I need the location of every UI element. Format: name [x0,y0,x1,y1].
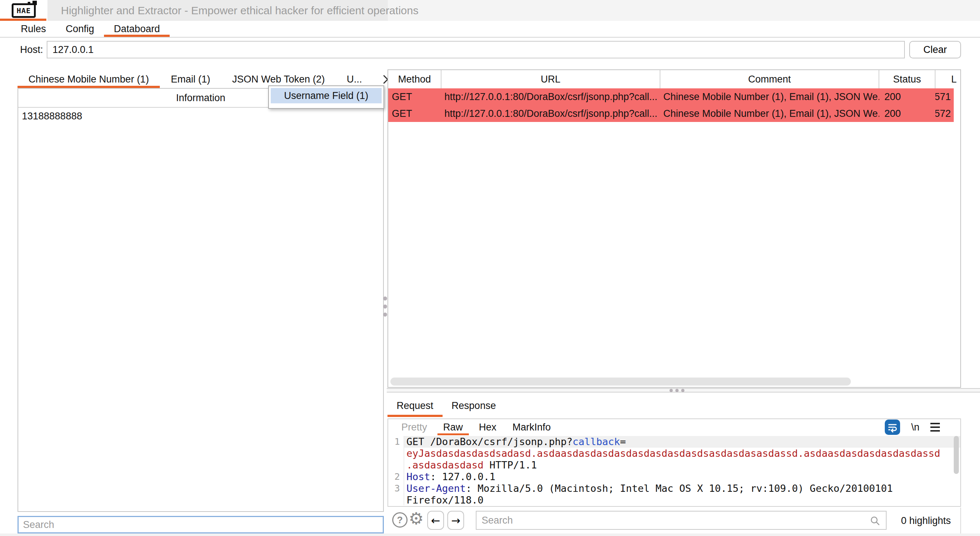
tab-raw[interactable]: Raw [435,419,471,435]
horizontal-scrollbar[interactable] [390,378,851,386]
code-line: 1 GET /DoraBox/csrf/jsonp.php?callback= [388,436,960,448]
tab-rules[interactable]: Rules [11,21,56,37]
message-tabs: Request Response [388,394,505,417]
tab-pretty[interactable]: Pretty [393,419,435,435]
tab-config[interactable]: Config [56,21,104,37]
tab-databoard[interactable]: Databoard [104,21,170,37]
code-line: 2 Host: 127.0.0.1 [388,471,960,483]
tab-hex[interactable]: Hex [471,419,504,435]
editor-search-input[interactable] [476,511,886,530]
horizontal-splitter-handle[interactable] [387,388,980,392]
hae-logo-icon: HAE [12,3,36,18]
hae-logo-text: HAE [16,6,31,15]
newline-toggle[interactable]: \n [911,422,920,433]
tab-markinfo[interactable]: MarkInfo [504,419,559,435]
table-row[interactable]: GET http://127.0.0.1:80/DoraBox/csrf/jso… [388,105,954,122]
tab-overflow-dropdown: Username Field (1) [268,85,384,109]
requests-table-panel: Method URL Comment Status L GET http://1… [388,69,961,388]
editor-view-tabs: Pretty Raw Hex MarkInfo \n [388,419,960,435]
column-header-url[interactable]: URL [441,70,660,88]
title-bar: HAE Highlighter and Extractor - Empower … [0,0,980,21]
tab-chinese-mobile-number[interactable]: Chinese Mobile Number (1) [18,70,160,88]
requests-table-header: Method URL Comment Status L [388,70,960,88]
main-nav-tabs: Rules Config Databoard [0,21,980,38]
request-editor[interactable]: 1 GET /DoraBox/csrf/jsonp.php?callback= … [388,435,960,505]
window-footer [0,533,980,536]
tab-response[interactable]: Response [442,394,505,417]
information-row[interactable]: 13188888888 [18,108,383,124]
message-editor-panel: Pretty Raw Hex MarkInfo \n 1 [388,418,961,507]
gear-icon[interactable]: ⚙ [409,509,423,528]
column-header-length[interactable]: L [935,70,960,88]
column-header-status[interactable]: Status [879,70,935,88]
editor-vertical-scrollbar[interactable] [954,436,959,474]
code-line: eyJasdasdasdasdsadasd.asdaasdasdasdasdas… [388,448,960,459]
vertical-splitter-handle[interactable] [383,297,387,317]
host-label: Host: [20,41,43,58]
dropdown-item-username-field[interactable]: Username Field (1) [271,88,382,103]
column-header-comment[interactable]: Comment [660,70,879,88]
help-icon[interactable]: ? [392,512,407,528]
code-line: Firefox/118.0 [388,495,960,505]
code-line: 3 User-Agent: Mozilla/5.0 (Macintosh; In… [388,483,960,495]
window-title: Highlighter and Extractor - Empower ethi… [61,0,418,21]
highlights-count: 0 highlights [901,507,951,534]
logo-pixel-decoration [32,1,37,5]
information-table: Information 13188888888 [18,88,384,512]
previous-match-button[interactable]: ← [427,511,444,530]
hae-logo-tab[interactable]: HAE [0,0,48,21]
table-row[interactable]: GET http://127.0.0.1:80/DoraBox/csrf/jso… [388,88,954,105]
logo-pixel-decoration [28,2,30,5]
host-input[interactable] [47,41,905,58]
column-header-method[interactable]: Method [388,70,441,88]
editor-search-bar: ? ⚙ ← → 0 highlights [388,507,961,534]
code-line: .asdasdasdasd HTTP/1.1 [388,459,960,471]
next-match-button[interactable]: → [447,511,464,530]
tab-email[interactable]: Email (1) [160,70,221,88]
clear-button[interactable]: Clear [909,41,961,58]
editor-menu-icon[interactable] [931,423,940,432]
word-wrap-toggle-icon[interactable] [885,420,900,435]
hae-extension-window: HAE Highlighter and Extractor - Empower … [0,0,980,536]
search-icon [870,515,880,528]
tab-request[interactable]: Request [388,394,442,417]
information-search-input[interactable] [18,516,384,533]
